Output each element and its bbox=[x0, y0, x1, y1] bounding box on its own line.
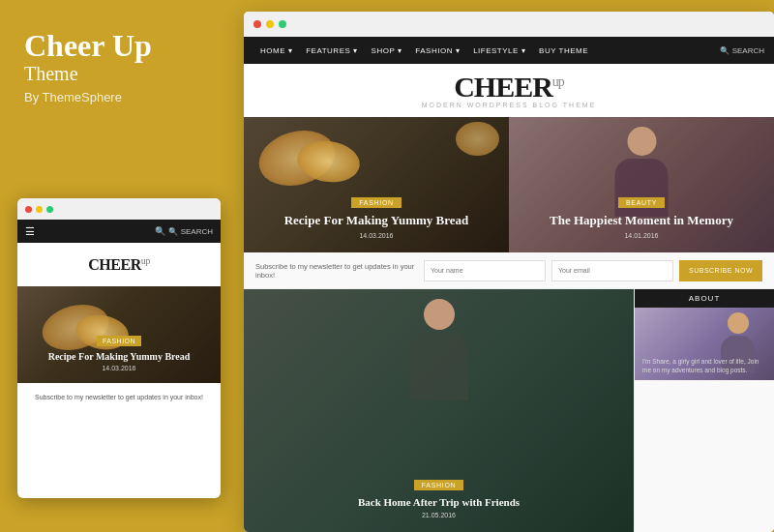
mini-dot-green bbox=[46, 206, 53, 213]
main-browser: HOME ▾ FEATURES ▾ SHOP ▾ FASHION ▾ LIFES… bbox=[244, 12, 774, 532]
hero-right-date: 14.01.2016 bbox=[509, 232, 774, 239]
left-panel: Cheer Up Theme By ThemeSphere ☰ 🔍 🔍 SEAR… bbox=[0, 0, 240, 532]
main-logo-tagline: MODERN WORDPRESS BLOG THEME bbox=[422, 102, 597, 108]
nav-features[interactable]: FEATURES ▾ bbox=[299, 46, 364, 55]
newsletter-name-input[interactable] bbox=[424, 260, 546, 281]
mini-logo: CHEERup bbox=[88, 255, 149, 274]
main-logo: CHEERup bbox=[454, 73, 564, 102]
search-icon: 🔍 bbox=[720, 46, 729, 55]
mini-badge: FASHION bbox=[97, 336, 141, 346]
mini-search-icon: 🔍 bbox=[155, 226, 165, 236]
main-browser-bar bbox=[244, 12, 774, 37]
newsletter-email-input[interactable] bbox=[551, 260, 673, 281]
mini-nav: ☰ 🔍 🔍 SEARCH bbox=[17, 220, 221, 243]
mini-dot-red bbox=[25, 206, 32, 213]
main-dot-yellow bbox=[266, 20, 274, 28]
theme-title: Cheer Up bbox=[24, 29, 216, 63]
sidebar-about-text: I'm Share, a girly girl and lover of lif… bbox=[642, 357, 766, 374]
theme-by: By ThemeSphere bbox=[24, 90, 216, 104]
nav-shop[interactable]: SHOP ▾ bbox=[365, 46, 409, 55]
bottom-post-overlay: FASHION Back Home After Trip with Friend… bbox=[244, 474, 634, 518]
mini-newsletter: Subscribe to my newsletter to get update… bbox=[17, 383, 221, 412]
newsletter-subscribe-button[interactable]: SUBSCRIBE NOW bbox=[679, 260, 762, 281]
mini-card-title: Recipe For Making Yummy Bread bbox=[17, 350, 221, 363]
bottom-main-post[interactable]: FASHION Back Home After Trip with Friend… bbox=[244, 289, 634, 532]
newsletter-text: Subscribe to my newsletter to get update… bbox=[255, 262, 418, 280]
main-nav: HOME ▾ FEATURES ▾ SHOP ▾ FASHION ▾ LIFES… bbox=[244, 37, 774, 64]
hero-left-badge: FASHION bbox=[351, 197, 402, 208]
hero-right-badge: BEAUTY bbox=[618, 197, 665, 208]
bottom-post-date: 21.05.2016 bbox=[244, 512, 634, 518]
main-dot-green bbox=[279, 20, 286, 28]
bottom-sidebar: ABOUT I'm Share, a girly girl and lover … bbox=[634, 289, 774, 532]
mini-hamburger-icon: ☰ bbox=[25, 225, 35, 238]
hero-grid: FASHION Recipe For Making Yummy Bread 14… bbox=[244, 117, 774, 252]
main-logo-area: CHEERup MODERN WORDPRESS BLOG THEME bbox=[244, 64, 774, 117]
newsletter-bar: Subscribe to my newsletter to get update… bbox=[244, 252, 774, 289]
nav-lifestyle[interactable]: LIFESTYLE ▾ bbox=[466, 46, 532, 55]
sidebar-about-image: I'm Share, a girly girl and lover of lif… bbox=[635, 308, 774, 380]
bottom-section: FASHION Back Home After Trip with Friend… bbox=[244, 289, 774, 532]
mini-dot-yellow bbox=[36, 206, 43, 213]
hero-right[interactable]: BEAUTY The Happiest Moment in Memory 14.… bbox=[509, 117, 774, 252]
mini-card-overlay: FASHION Recipe For Making Yummy Bread 14… bbox=[17, 330, 221, 371]
person-head bbox=[728, 312, 749, 334]
hero-left-overlay: FASHION Recipe For Making Yummy Bread 14… bbox=[244, 192, 509, 239]
hero-right-title: The Happiest Moment in Memory bbox=[509, 213, 774, 229]
sidebar-about-header: ABOUT bbox=[635, 289, 774, 308]
nav-home[interactable]: HOME ▾ bbox=[253, 46, 299, 55]
hero-left-date: 14.03.2016 bbox=[244, 232, 509, 239]
hero-left-title: Recipe For Making Yummy Bread bbox=[244, 213, 509, 229]
mini-search: 🔍 🔍 SEARCH bbox=[155, 226, 213, 236]
mini-browser-bar bbox=[17, 198, 221, 220]
theme-subtitle: Theme bbox=[24, 63, 216, 84]
bottom-post-badge: FASHION bbox=[414, 480, 464, 490]
mini-card-image: FASHION Recipe For Making Yummy Bread 14… bbox=[17, 286, 221, 383]
nav-fashion[interactable]: FASHION ▾ bbox=[408, 46, 466, 55]
hero-right-overlay: BEAUTY The Happiest Moment in Memory 14.… bbox=[509, 192, 774, 239]
hero-left[interactable]: FASHION Recipe For Making Yummy Bread 14… bbox=[244, 117, 509, 252]
mini-browser-preview: ☰ 🔍 🔍 SEARCH CHEERup FASHION Recipe For … bbox=[17, 198, 221, 498]
main-dot-red bbox=[253, 20, 261, 28]
mini-logo-area: CHEERup bbox=[17, 243, 221, 286]
mini-card-date: 14.03.2016 bbox=[17, 365, 221, 371]
nav-buy-theme[interactable]: BUY THEME bbox=[532, 46, 595, 55]
bottom-post-title: Back Home After Trip with Friends bbox=[244, 495, 634, 509]
nav-search[interactable]: 🔍 SEARCH bbox=[720, 46, 764, 55]
